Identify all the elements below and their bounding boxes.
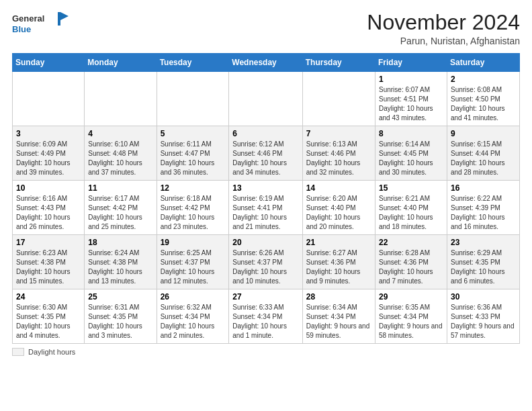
svg-marker-1 (60, 12, 69, 20)
calendar-cell (229, 72, 302, 126)
calendar-cell: 30Sunrise: 6:36 AMSunset: 4:33 PMDayligh… (447, 289, 519, 344)
day-detail: Sunrise: 6:17 AMSunset: 4:42 PMDaylight:… (88, 194, 152, 232)
day-number: 4 (88, 129, 152, 138)
calendar-week-2: 3Sunrise: 6:09 AMSunset: 4:49 PMDaylight… (13, 126, 520, 181)
calendar-cell: 29Sunrise: 6:35 AMSunset: 4:34 PMDayligh… (375, 289, 447, 344)
calendar-cell: 26Sunrise: 6:32 AMSunset: 4:34 PMDayligh… (157, 289, 229, 344)
calendar-cell: 23Sunrise: 6:29 AMSunset: 4:35 PMDayligh… (447, 235, 519, 289)
calendar-cell: 27Sunrise: 6:33 AMSunset: 4:34 PMDayligh… (229, 289, 302, 344)
day-number: 13 (232, 183, 298, 193)
day-detail: Sunrise: 6:07 AMSunset: 4:51 PMDaylight:… (379, 85, 443, 123)
calendar-cell: 17Sunrise: 6:23 AMSunset: 4:38 PMDayligh… (13, 235, 85, 289)
calendar-cell (85, 72, 157, 126)
calendar-table: Sunday Monday Tuesday Wednesday Thursday… (12, 53, 520, 344)
svg-text:Blue: Blue (12, 24, 31, 34)
day-number: 26 (161, 292, 226, 302)
day-detail: Sunrise: 6:16 AMSunset: 4:43 PMDaylight:… (16, 194, 81, 232)
title-area: November 2024 Parun, Nuristan, Afghanist… (367, 11, 520, 46)
calendar-week-1: 1Sunrise: 6:07 AMSunset: 4:51 PMDaylight… (13, 72, 520, 126)
day-number: 5 (161, 129, 226, 138)
day-number: 15 (379, 183, 443, 193)
calendar-cell (13, 72, 85, 126)
day-detail: Sunrise: 6:21 AMSunset: 4:40 PMDaylight:… (379, 194, 443, 232)
calendar-cell: 8Sunrise: 6:14 AMSunset: 4:45 PMDaylight… (375, 126, 447, 181)
day-number: 2 (451, 75, 516, 84)
day-number: 25 (88, 292, 152, 302)
col-thursday: Thursday (302, 54, 375, 72)
day-detail: Sunrise: 6:34 AMSunset: 4:34 PMDaylight:… (306, 303, 371, 340)
day-detail: Sunrise: 6:35 AMSunset: 4:34 PMDaylight:… (379, 303, 443, 340)
day-number: 12 (161, 183, 226, 193)
day-number: 20 (232, 238, 298, 247)
header: General Blue November 2024 Parun, Nurist… (12, 11, 520, 46)
day-detail: Sunrise: 6:10 AMSunset: 4:48 PMDaylight:… (88, 140, 152, 177)
calendar-cell: 25Sunrise: 6:31 AMSunset: 4:35 PMDayligh… (85, 289, 157, 344)
calendar-cell: 5Sunrise: 6:11 AMSunset: 4:47 PMDaylight… (157, 126, 229, 181)
day-number: 23 (451, 238, 516, 247)
day-number: 1 (379, 75, 443, 84)
day-detail: Sunrise: 6:33 AMSunset: 4:34 PMDaylight:… (232, 303, 298, 340)
calendar-week-3: 10Sunrise: 6:16 AMSunset: 4:43 PMDayligh… (13, 181, 520, 235)
header-row: Sunday Monday Tuesday Wednesday Thursday… (13, 54, 520, 72)
logo: General Blue (12, 11, 69, 42)
day-detail: Sunrise: 6:11 AMSunset: 4:47 PMDaylight:… (161, 140, 226, 177)
calendar-week-5: 24Sunrise: 6:30 AMSunset: 4:35 PMDayligh… (13, 289, 520, 344)
day-detail: Sunrise: 6:12 AMSunset: 4:46 PMDaylight:… (232, 140, 298, 177)
calendar-cell: 21Sunrise: 6:27 AMSunset: 4:36 PMDayligh… (302, 235, 375, 289)
day-number: 22 (379, 238, 443, 247)
day-detail: Sunrise: 6:14 AMSunset: 4:45 PMDaylight:… (379, 140, 443, 177)
day-number: 8 (379, 129, 443, 138)
day-number: 10 (16, 183, 81, 193)
day-detail: Sunrise: 6:20 AMSunset: 4:40 PMDaylight:… (306, 194, 371, 232)
day-number: 24 (16, 292, 81, 302)
col-tuesday: Tuesday (157, 54, 229, 72)
calendar-cell: 28Sunrise: 6:34 AMSunset: 4:34 PMDayligh… (302, 289, 375, 344)
svg-text:General: General (12, 13, 44, 24)
day-number: 21 (306, 238, 371, 247)
day-detail: Sunrise: 6:18 AMSunset: 4:42 PMDaylight:… (161, 194, 226, 232)
calendar-cell: 13Sunrise: 6:19 AMSunset: 4:41 PMDayligh… (229, 181, 302, 235)
day-detail: Sunrise: 6:28 AMSunset: 4:36 PMDaylight:… (379, 248, 443, 286)
footer-note: Daylight hours (12, 348, 520, 356)
calendar-cell: 1Sunrise: 6:07 AMSunset: 4:51 PMDaylight… (375, 72, 447, 126)
day-detail: Sunrise: 6:36 AMSunset: 4:33 PMDaylight:… (451, 303, 516, 340)
calendar-cell: 15Sunrise: 6:21 AMSunset: 4:40 PMDayligh… (375, 181, 447, 235)
calendar-cell: 3Sunrise: 6:09 AMSunset: 4:49 PMDaylight… (13, 126, 85, 181)
daylight-indicator (12, 348, 24, 356)
day-detail: Sunrise: 6:23 AMSunset: 4:38 PMDaylight:… (16, 248, 81, 286)
calendar-cell: 11Sunrise: 6:17 AMSunset: 4:42 PMDayligh… (85, 181, 157, 235)
day-detail: Sunrise: 6:32 AMSunset: 4:34 PMDaylight:… (161, 303, 226, 340)
day-number: 27 (232, 292, 298, 302)
day-number: 17 (16, 238, 81, 247)
calendar-cell: 6Sunrise: 6:12 AMSunset: 4:46 PMDaylight… (229, 126, 302, 181)
calendar-cell: 24Sunrise: 6:30 AMSunset: 4:35 PMDayligh… (13, 289, 85, 344)
day-number: 14 (306, 183, 371, 193)
day-detail: Sunrise: 6:09 AMSunset: 4:49 PMDaylight:… (16, 140, 81, 177)
page: General Blue November 2024 Parun, Nurist… (0, 0, 532, 411)
day-detail: Sunrise: 6:31 AMSunset: 4:35 PMDaylight:… (88, 303, 152, 340)
calendar-cell: 12Sunrise: 6:18 AMSunset: 4:42 PMDayligh… (157, 181, 229, 235)
calendar-cell: 19Sunrise: 6:25 AMSunset: 4:37 PMDayligh… (157, 235, 229, 289)
day-detail: Sunrise: 6:13 AMSunset: 4:46 PMDaylight:… (306, 140, 371, 177)
calendar-week-4: 17Sunrise: 6:23 AMSunset: 4:38 PMDayligh… (13, 235, 520, 289)
location-title: Parun, Nuristan, Afghanistan (367, 36, 520, 46)
day-number: 28 (306, 292, 371, 302)
calendar-cell: 18Sunrise: 6:24 AMSunset: 4:38 PMDayligh… (85, 235, 157, 289)
calendar-cell: 7Sunrise: 6:13 AMSunset: 4:46 PMDaylight… (302, 126, 375, 181)
col-monday: Monday (85, 54, 157, 72)
day-number: 16 (451, 183, 516, 193)
day-detail: Sunrise: 6:22 AMSunset: 4:39 PMDaylight:… (451, 194, 516, 232)
day-number: 11 (88, 183, 152, 193)
calendar-cell: 14Sunrise: 6:20 AMSunset: 4:40 PMDayligh… (302, 181, 375, 235)
day-number: 19 (161, 238, 226, 247)
logo-svg: General Blue (12, 11, 69, 39)
day-number: 6 (232, 129, 298, 138)
day-detail: Sunrise: 6:26 AMSunset: 4:37 PMDaylight:… (232, 248, 298, 286)
day-detail: Sunrise: 6:08 AMSunset: 4:50 PMDaylight:… (451, 85, 516, 123)
day-number: 30 (451, 292, 516, 302)
calendar-cell: 16Sunrise: 6:22 AMSunset: 4:39 PMDayligh… (447, 181, 519, 235)
day-number: 3 (16, 129, 81, 138)
day-number: 9 (451, 129, 516, 138)
day-detail: Sunrise: 6:24 AMSunset: 4:38 PMDaylight:… (88, 248, 152, 286)
day-detail: Sunrise: 6:30 AMSunset: 4:35 PMDaylight:… (16, 303, 81, 340)
